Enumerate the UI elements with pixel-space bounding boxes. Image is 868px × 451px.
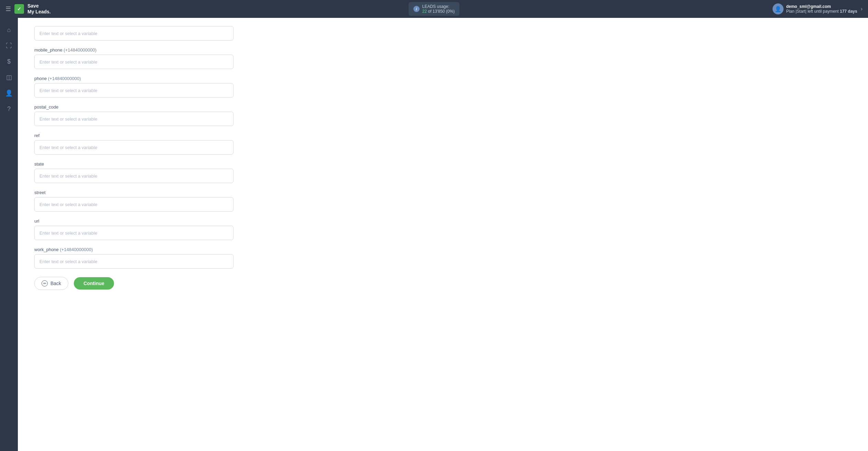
sidebar-item-profile[interactable]: 👤 xyxy=(2,87,15,100)
url-label: url xyxy=(34,218,852,224)
state-label: state xyxy=(34,161,852,167)
sidebar-item-home[interactable]: ⌂ xyxy=(2,23,15,36)
leads-usage-box: i LEADS usage: 22 of 13'850 (0%) xyxy=(409,2,459,16)
field-group-url: url xyxy=(34,218,852,240)
logo-icon: ✓ xyxy=(14,4,24,14)
sidebar: ⌂ ⛶ $ ◫ 👤 ? xyxy=(0,18,18,451)
field-group-ref: ref xyxy=(34,133,852,155)
back-button[interactable]: ✏ Back xyxy=(34,277,68,290)
chevron-right-icon[interactable]: › xyxy=(861,6,863,12)
form-panel: mobile_phone (+14840000000) phone (+1484… xyxy=(18,18,868,451)
content-area: mobile_phone (+14840000000) phone (+1484… xyxy=(18,18,868,451)
field-group-street: street xyxy=(34,190,852,212)
user-info: 👤 demo_sml@gmail.com Plan |Start| left u… xyxy=(773,3,857,14)
work-phone-input[interactable] xyxy=(34,254,233,269)
sidebar-item-billing[interactable]: $ xyxy=(2,55,15,68)
leads-usage-text: LEADS usage: 22 of 13'850 (0%) xyxy=(422,4,455,14)
header-center: i LEADS usage: 22 of 13'850 (0%) xyxy=(409,2,459,16)
header-left: ☰ ✓ Save My Leads. xyxy=(5,3,409,15)
header-right: 👤 demo_sml@gmail.com Plan |Start| left u… xyxy=(459,3,863,14)
field-group-work-phone: work_phone (+14840000000) xyxy=(34,247,852,269)
phone-label: phone (+14840000000) xyxy=(34,76,852,81)
field-group-top xyxy=(34,26,852,41)
field-group-mobile-phone: mobile_phone (+14840000000) xyxy=(34,47,852,69)
ref-label: ref xyxy=(34,133,852,138)
phone-input[interactable] xyxy=(34,83,233,98)
street-label: street xyxy=(34,190,852,195)
pencil-icon: ✏ xyxy=(42,280,48,286)
url-input[interactable] xyxy=(34,226,233,240)
work-phone-label: work_phone (+14840000000) xyxy=(34,247,852,252)
mobile-phone-label: mobile_phone (+14840000000) xyxy=(34,47,852,53)
sidebar-item-help[interactable]: ? xyxy=(2,102,15,115)
hamburger-icon[interactable]: ☰ xyxy=(5,5,11,13)
continue-button[interactable]: Continue xyxy=(74,277,114,290)
street-input[interactable] xyxy=(34,197,233,212)
field-group-postal-code: postal_code xyxy=(34,104,852,126)
user-details: demo_sml@gmail.com Plan |Start| left unt… xyxy=(786,4,857,14)
mobile-phone-input[interactable] xyxy=(34,55,233,69)
info-icon: i xyxy=(413,6,420,12)
state-input[interactable] xyxy=(34,169,233,183)
postal-code-label: postal_code xyxy=(34,104,852,110)
field-group-state: state xyxy=(34,161,852,183)
main-layout: ⌂ ⛶ $ ◫ 👤 ? mobile_phone (+14840000000) xyxy=(0,18,868,451)
sidebar-item-connections[interactable]: ⛶ xyxy=(2,39,15,52)
logo-text: Save My Leads. xyxy=(27,3,51,15)
field-group-phone: phone (+14840000000) xyxy=(34,76,852,98)
top-field-input[interactable] xyxy=(34,26,233,41)
sidebar-item-templates[interactable]: ◫ xyxy=(2,71,15,84)
ref-input[interactable] xyxy=(34,140,233,155)
user-avatar: 👤 xyxy=(773,3,784,14)
buttons-area: ✏ Back Continue xyxy=(34,277,852,290)
postal-code-input[interactable] xyxy=(34,112,233,126)
top-header: ☰ ✓ Save My Leads. i LEADS usage: 22 of … xyxy=(0,0,868,18)
